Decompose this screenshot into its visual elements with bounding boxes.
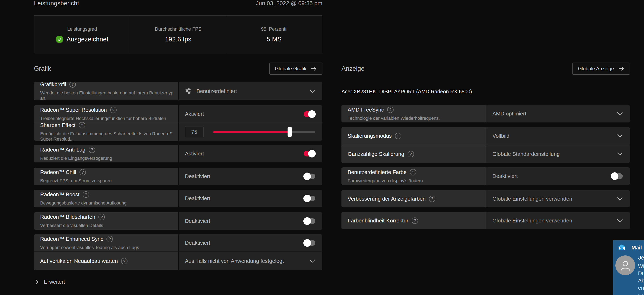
advanced-label: Erweitert: [44, 279, 65, 285]
setting-subtitle: Farbwiedergabe von display's ändern: [348, 178, 482, 183]
help-icon[interactable]: ?: [70, 82, 76, 88]
graphics-section-title: Grafik: [34, 65, 51, 72]
setting-title: AMD FreeSync: [348, 107, 384, 113]
page-title: Leistungsbericht: [34, 0, 79, 7]
help-icon[interactable]: ?: [395, 133, 402, 139]
setting-title: Auf vertikalen Neuaufbau warten: [40, 258, 118, 264]
slider-thumb[interactable]: [288, 127, 292, 137]
setting-row-vsync: Auf vertikalen Neuaufbau warten? Aus, fa…: [34, 252, 322, 270]
setting-label-cell: Benutzerdefinierte Farbe? Farbwiedergabe…: [342, 167, 486, 185]
display-section-header: Anzeige Globale Anzeige: [342, 62, 630, 76]
super-resolution-toggle[interactable]: [304, 111, 315, 117]
setting-label-cell: Radeon™ Super Resolution? Treiberintegri…: [34, 105, 178, 123]
toggle-state-text: Aktiviert: [185, 150, 204, 157]
setting-value-cell: Deaktiviert: [179, 168, 322, 185]
toggle-state-text: Deaktiviert: [185, 218, 210, 224]
setting-title: Skalierungsmodus: [348, 133, 392, 139]
setting-label-cell: AMD FreeSync? Technologie der variablen …: [342, 105, 486, 122]
chill-toggle[interactable]: [304, 174, 315, 179]
setting-row-sharpen-effect: Sharpen Effect? Ermöglicht die Feinabsti…: [34, 123, 322, 141]
sender-avatar: [615, 255, 635, 275]
help-icon[interactable]: ?: [80, 169, 86, 175]
setting-subtitle: Reduziert die Eingangsverzögerung: [40, 156, 175, 161]
toast-body-line: Abe: [638, 277, 644, 284]
page-header: Leistungsbericht Jun 03, 2022 @ 09:35 pm: [34, 0, 322, 9]
bildschaerfen-toggle[interactable]: [304, 218, 315, 224]
vsync-dropdown[interactable]: Aus, falls nicht von Anwendung festgeleg…: [179, 252, 322, 270]
setting-row-anti-lag: Radeon™ Anti-Lag? Reduziert die Eingangs…: [34, 145, 322, 162]
toast-sender: Jen: [638, 255, 644, 261]
stat-value: Ausgezeichnet: [56, 36, 108, 43]
setting-label-cell: Skalierungsmodus?: [342, 127, 486, 145]
toggle-state-text: Deaktiviert: [185, 240, 210, 246]
radeon-settings-screen: Leistungsbericht Jun 03, 2022 @ 09:35 pm…: [0, 0, 644, 295]
setting-row-integer-scaling: Ganzzahlige Skalierung? Globale Standard…: [342, 145, 630, 163]
setting-subtitle: Technologie der variablen Wiederholfrequ…: [348, 116, 482, 121]
color-enhance-dropdown[interactable]: Globale Einstellungen verwenden: [486, 190, 630, 207]
setting-value-cell: Deaktiviert: [179, 234, 322, 251]
help-icon[interactable]: ?: [387, 107, 394, 113]
setting-title: Radeon™ Boost: [40, 191, 80, 198]
anti-lag-toggle[interactable]: [304, 151, 315, 156]
boost-toggle[interactable]: [304, 196, 315, 201]
help-icon[interactable]: ?: [429, 196, 435, 202]
stat-value-text: 5 MS: [267, 36, 282, 43]
sharpen-slider[interactable]: [213, 127, 315, 137]
setting-label-cell: Radeon™ Chill? Begrenzt FPS, um Strom zu…: [34, 168, 178, 185]
stat-value-text: Ausgezeichnet: [66, 36, 108, 43]
toggle-state-text: Deaktiviert: [492, 173, 518, 179]
advanced-expander[interactable]: Erweitert: [36, 279, 65, 285]
integer-scaling-dropdown[interactable]: Globale Standardeinstellung: [486, 145, 630, 163]
global-graphics-button[interactable]: Globale Grafik: [270, 63, 322, 75]
setting-row-scaling-mode: Skalierungsmodus? Vollbild: [342, 127, 630, 145]
enhanced-sync-toggle[interactable]: [304, 240, 315, 246]
setting-label-cell: Ganzzahlige Skalierung?: [342, 145, 486, 163]
display-device-name: Acer XB281HK- DISPLAYPORT (AMD Radeon RX…: [342, 89, 472, 95]
help-icon[interactable]: ?: [98, 214, 105, 220]
setting-subtitle: Begrenzt FPS, um Strom zu sparen: [40, 178, 175, 183]
scaling-mode-dropdown[interactable]: Vollbild: [486, 127, 630, 145]
setting-label-cell: Radeon™ Boost? Bewegungsbasierte dynamis…: [34, 190, 178, 207]
performance-stats-box: Leistungsgrad Ausgezeichnet Durchschnitt…: [34, 16, 322, 54]
mail-toast-notification[interactable]: Mail Jen Wie Du Abe enc feid: [613, 240, 644, 295]
help-icon[interactable]: ?: [89, 147, 95, 153]
setting-label-cell: Sharpen Effect? Ermöglicht die Feinabsti…: [34, 123, 178, 141]
help-icon[interactable]: ?: [121, 258, 128, 264]
help-icon[interactable]: ?: [412, 217, 418, 224]
chevron-down-icon: [617, 152, 623, 156]
toast-header: Mail: [618, 244, 642, 251]
grafikprofil-dropdown[interactable]: Benutzerdefiniert: [179, 82, 322, 100]
dropdown-value: Vollbild: [492, 133, 509, 139]
help-icon[interactable]: ?: [79, 122, 85, 128]
dropdown-value: Aus, falls nicht von Anwendung festgeleg…: [185, 258, 284, 264]
group-enhanced-sync: Radeon™ Enhanced Sync? Verringert sowohl…: [34, 234, 322, 270]
group-anti-lag: Radeon™ Anti-Lag? Reduziert die Eingangs…: [34, 145, 322, 162]
help-icon[interactable]: ?: [83, 191, 89, 198]
stat-95-percentile: 95. Perzentil 5 MS: [226, 16, 322, 54]
slider-fill: [213, 131, 290, 133]
slider-track[interactable]: [213, 131, 315, 133]
group-freesync: AMD FreeSync? Technologie der variablen …: [342, 105, 630, 122]
help-icon[interactable]: ?: [410, 169, 416, 175]
graphics-section-header: Grafik Globale Grafik: [34, 62, 322, 76]
setting-row-super-resolution: Radeon™ Super Resolution? Treiberintegri…: [34, 105, 322, 123]
global-graphics-button-label: Globale Grafik: [275, 66, 306, 72]
setting-subtitle: Verringert sowohl visuelles Tearing als …: [40, 245, 175, 250]
toast-message: Jen Wie Du Abe enc feid: [638, 255, 644, 295]
help-icon[interactable]: ?: [110, 107, 116, 113]
dropdown-value: Globale Standardeinstellung: [492, 151, 560, 157]
chevron-down-icon: [617, 219, 623, 222]
setting-subtitle: Ermöglicht die Feinabstimmung des Schärf…: [40, 131, 175, 141]
freesync-dropdown[interactable]: AMD optimiert: [486, 105, 630, 122]
global-display-button[interactable]: Globale Anzeige: [572, 63, 630, 75]
help-icon[interactable]: ?: [408, 151, 414, 157]
custom-color-toggle[interactable]: [611, 173, 623, 179]
sharpen-value-box[interactable]: 75: [185, 127, 204, 137]
setting-value-cell: 75: [179, 123, 322, 141]
setting-value-cell: Aktiviert: [179, 105, 322, 123]
setting-label-cell: Radeon™ Anti-Lag? Reduziert die Eingangs…: [34, 145, 178, 162]
setting-row-boost: Radeon™ Boost? Bewegungsbasierte dynamis…: [34, 190, 322, 207]
group-chill: Radeon™ Chill? Begrenzt FPS, um Strom zu…: [34, 168, 322, 185]
help-icon[interactable]: ?: [106, 236, 113, 242]
colorblind-dropdown[interactable]: Globale Einstellungen verwenden: [486, 212, 630, 229]
